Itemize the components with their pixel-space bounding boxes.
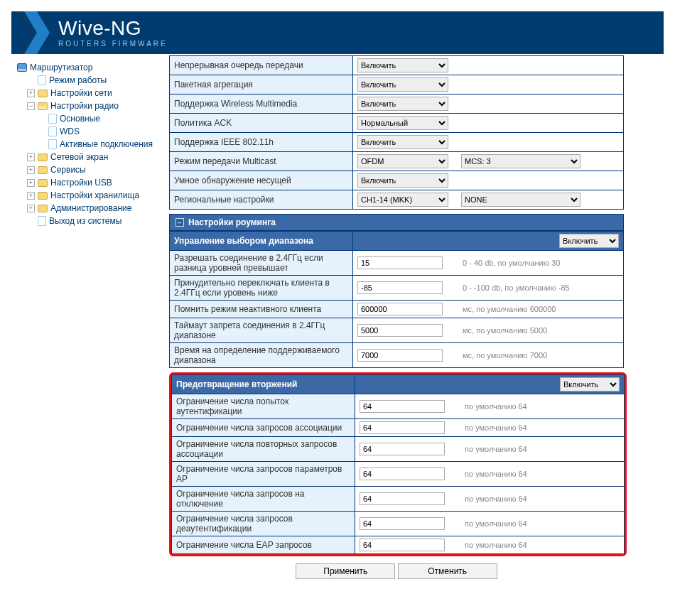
setting-label: Ограничение числа EAP запросов xyxy=(172,536,355,554)
sidebar-item-storage[interactable]: + Настройки хранилища xyxy=(27,190,162,200)
setting-input[interactable] xyxy=(360,492,445,505)
cancel-button[interactable]: Отменить xyxy=(398,563,497,579)
folder-icon xyxy=(38,166,48,174)
sidebar-item-radio-wds[interactable]: WDS xyxy=(48,126,162,136)
setting-select[interactable]: Включить xyxy=(357,97,448,111)
table-row: Ограничение числа запросов ассоциациипо … xyxy=(172,419,625,437)
setting-select-secondary[interactable]: MCS: 3 xyxy=(461,154,580,168)
page-icon xyxy=(38,75,46,85)
sidebar-item-firewall[interactable]: + Сетевой экран xyxy=(27,152,162,162)
setting-input[interactable] xyxy=(360,468,445,480)
setting-input[interactable] xyxy=(360,400,445,413)
setting-input[interactable] xyxy=(360,421,445,434)
setting-hint: по умолчанию 64 xyxy=(465,423,527,432)
setting-select[interactable]: Включить xyxy=(357,135,448,149)
band-toggle[interactable]: Включить xyxy=(559,234,619,248)
setting-input[interactable] xyxy=(357,256,443,269)
setting-input[interactable] xyxy=(360,443,445,455)
table-row: Ограничение числа повторных запросов асс… xyxy=(172,437,625,462)
setting-value: по умолчанию 64 xyxy=(355,462,625,487)
sidebar-item-router[interactable]: Маршрутизатор xyxy=(17,63,162,72)
setting-label: Поддержка IEEE 802.11h xyxy=(170,133,353,152)
setting-input[interactable] xyxy=(357,349,443,362)
setting-label: Режим передачи Multicast xyxy=(170,152,353,171)
setting-label: Помнить режим неактивного клиента xyxy=(170,301,353,318)
sidebar-item-logout[interactable]: Выход из системы xyxy=(27,216,162,226)
sidebar-label: Сетевой экран xyxy=(50,152,108,162)
setting-input[interactable] xyxy=(357,324,443,337)
table-row: Режим передачи MulticastOFDMMCS: 3 xyxy=(170,152,624,171)
sidebar-item-radio[interactable]: − Настройки радио xyxy=(27,101,162,111)
table-row: Ограничение числа запросов параметров AP… xyxy=(172,462,625,487)
setting-value: 0 - -100 db, по умолчанию -85 xyxy=(353,276,624,301)
table-row: Умное обнаружение несущейВключить xyxy=(170,171,624,190)
settings-table-top: Непрерывная очередь передачиВключитьПаке… xyxy=(169,55,624,210)
setting-hint: 0 - -100 db, по умолчанию -85 xyxy=(463,283,570,292)
apply-button[interactable]: Применить xyxy=(296,563,395,579)
setting-label: Ограничение числа запросов на отключение xyxy=(172,487,355,512)
setting-value: по умолчанию 64 xyxy=(355,394,625,419)
expand-icon[interactable]: + xyxy=(27,166,35,174)
setting-hint: мс, по умолчанию 600000 xyxy=(463,305,556,313)
table-row: Ограничение числа запросов деаутентифика… xyxy=(172,512,625,536)
table-row: Помнить режим неактивного клиентамс, по … xyxy=(170,301,624,318)
button-bar: Применить Отменить xyxy=(169,556,624,586)
section-header-roaming[interactable]: − Настройки роуминга xyxy=(169,214,624,231)
setting-hint: по умолчанию 64 xyxy=(465,541,527,549)
section-title: Настройки роуминга xyxy=(188,217,276,227)
table-row: Разрешать соединение в 2.4ГГц если разни… xyxy=(170,251,624,276)
collapse-icon[interactable]: − xyxy=(176,218,184,227)
setting-select[interactable]: CH1-14 (MKK) xyxy=(357,193,448,207)
setting-label: Ограничение числа запросов ассоциации xyxy=(172,419,355,437)
sidebar-item-admin[interactable]: + Администрирование xyxy=(27,203,162,213)
setting-select[interactable]: Включить xyxy=(357,77,448,92)
folder-icon xyxy=(38,179,48,187)
sidebar-item-radio-basic[interactable]: Основные xyxy=(48,114,162,124)
expand-icon[interactable]: + xyxy=(27,153,35,161)
settings-table-band: Управление выбором диапазона Включить Ра… xyxy=(169,231,624,368)
expand-icon[interactable]: + xyxy=(27,90,35,97)
setting-label: Региональные настройки xyxy=(170,190,353,210)
sidebar-label: Выход из системы xyxy=(49,216,122,226)
setting-input[interactable] xyxy=(357,281,443,294)
setting-select-secondary[interactable]: NONE xyxy=(461,193,580,207)
sidebar-item-mode[interactable]: Режим работы xyxy=(27,75,162,85)
collapse-icon[interactable]: − xyxy=(27,102,35,110)
setting-label: Ограничение числа запросов параметров AP xyxy=(172,462,355,487)
setting-value: по умолчанию 64 xyxy=(355,419,625,437)
setting-input[interactable] xyxy=(360,517,445,530)
setting-select[interactable]: Включить xyxy=(357,58,448,72)
expand-icon[interactable]: + xyxy=(27,179,35,187)
setting-select[interactable]: Нормальный xyxy=(357,116,448,130)
setting-value: по умолчанию 64 xyxy=(355,437,625,462)
sidebar-item-services[interactable]: + Сервисы xyxy=(27,165,162,175)
sidebar-label: Активные подключения xyxy=(60,139,153,149)
setting-hint: мс, по умолчанию 5000 xyxy=(463,326,547,335)
folder-icon xyxy=(38,153,48,161)
table-row: Пакетная агрегацияВключить xyxy=(170,75,624,94)
setting-select[interactable]: OFDM xyxy=(357,154,448,168)
sidebar-item-usb[interactable]: + Настройки USB xyxy=(27,178,162,188)
page-icon xyxy=(38,216,46,226)
setting-value: мс, по умолчанию 5000 xyxy=(353,318,624,343)
brand-subtitle: ROUTERS FIRMWARE xyxy=(58,40,168,48)
table-row: Принудительно переключать клиента в 2.4Г… xyxy=(170,276,624,301)
setting-hint: по умолчанию 64 xyxy=(465,402,527,411)
sidebar-item-radio-active[interactable]: Активные подключения xyxy=(48,139,162,149)
subheader-title: Предотвращение вторжений xyxy=(172,375,355,394)
brand-title: Wive-NG xyxy=(58,18,168,38)
ids-toggle[interactable]: Включить xyxy=(560,377,620,391)
expand-icon[interactable]: + xyxy=(27,205,35,212)
setting-hint: по умолчанию 64 xyxy=(465,470,527,478)
table-row: Поддержка Wireless MultimediaВключить xyxy=(170,94,624,114)
setting-value: мс, по умолчанию 600000 xyxy=(353,301,624,318)
expand-icon[interactable]: + xyxy=(27,192,35,200)
folder-icon xyxy=(38,192,48,200)
sidebar-label: Администрирование xyxy=(50,203,131,213)
setting-input[interactable] xyxy=(357,303,443,315)
setting-select[interactable]: Включить xyxy=(357,173,448,188)
setting-value: Включить xyxy=(353,133,624,152)
sidebar-item-network[interactable]: + Настройки сети xyxy=(27,88,162,98)
setting-label: Ограничение числа повторных запросов асс… xyxy=(172,437,355,462)
setting-input[interactable] xyxy=(360,539,445,551)
